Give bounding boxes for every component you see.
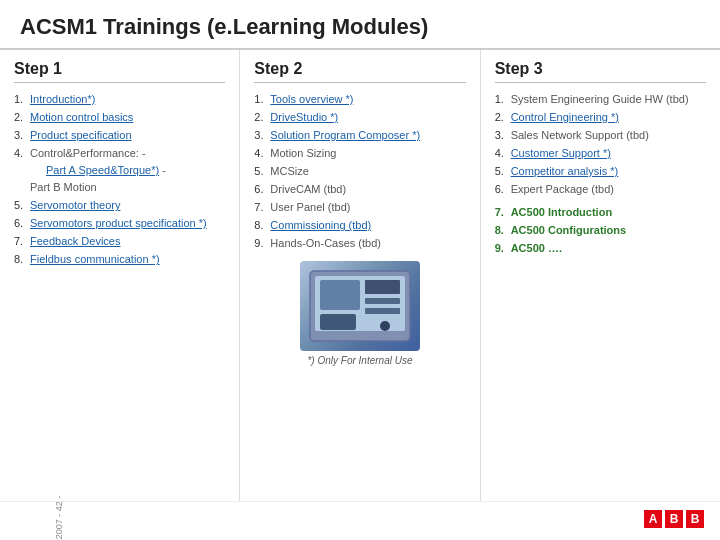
list-item: 3. Sales Network Support (tbd)	[495, 127, 706, 144]
copyright-text: © ABB Oy 2007 - 42 -	[54, 496, 64, 540]
header: ACSM1 Trainings (e.Learning Modules)	[0, 0, 720, 50]
list-item: 2. Control Engineering *)	[495, 109, 706, 126]
drive-illustration	[305, 266, 415, 346]
list-item: 8. Fieldbus communication *)	[14, 251, 225, 268]
page-title: ACSM1 Trainings (e.Learning Modules)	[20, 14, 700, 40]
list-item: 6. DriveCAM (tbd)	[254, 181, 465, 198]
svg-rect-4	[365, 298, 400, 304]
content-area: Step 1 1. Introduction*) 2. Motion contr…	[0, 50, 720, 501]
page: ACSM1 Trainings (e.Learning Modules) Ste…	[0, 0, 720, 540]
step2-column: Step 2 1. Tools overview *) 2. DriveStud…	[240, 50, 480, 501]
abb-logo-svg: A B B	[644, 506, 704, 534]
list-item: 5. Servomotor theory	[14, 197, 225, 214]
list-item: 1. Introduction*)	[14, 91, 225, 108]
svg-rect-8	[320, 314, 356, 330]
list-item: 5. Competitor analysis *)	[495, 163, 706, 180]
list-item: 6. Servomotors product specification *)	[14, 215, 225, 232]
list-item: 9. Hands-On-Cases (tbd)	[254, 235, 465, 252]
svg-text:A: A	[649, 512, 658, 526]
svg-rect-5	[365, 308, 400, 314]
list-item: 4. Control&Performance: - Part A Speed&T…	[14, 145, 225, 196]
step2-bottom: *) Only For Internal Use	[254, 253, 465, 366]
list-item: 2. DriveStudio *)	[254, 109, 465, 126]
list-item: 6. Expert Package (tbd)	[495, 181, 706, 198]
list-item: 7. User Panel (tbd)	[254, 199, 465, 216]
svg-text:B: B	[670, 512, 679, 526]
list-item: 9. AC500 ….	[495, 240, 706, 257]
step3-column: Step 3 1. System Engineering Guide HW (t…	[481, 50, 720, 501]
footer: © ABB Oy 2007 - 42 - A B B	[0, 501, 720, 540]
list-item: 4. Motion Sizing	[254, 145, 465, 162]
list-item: 1. Tools overview *)	[254, 91, 465, 108]
svg-text:B: B	[691, 512, 700, 526]
step1-title: Step 1	[14, 60, 225, 83]
list-item: 2. Motion control basics	[14, 109, 225, 126]
list-item: 7. Feedback Devices	[14, 233, 225, 250]
list-item: 3. Solution Program Composer *)	[254, 127, 465, 144]
list-item: 8. Commissioning (tbd)	[254, 217, 465, 234]
step1-column: Step 1 1. Introduction*) 2. Motion contr…	[0, 50, 240, 501]
abb-logo: A B B	[644, 506, 704, 534]
product-image	[300, 261, 420, 351]
svg-rect-3	[365, 280, 400, 294]
step2-title: Step 2	[254, 60, 465, 83]
list-item: 1. System Engineering Guide HW (tbd)	[495, 91, 706, 108]
list-item: 5. MCSize	[254, 163, 465, 180]
list-item: 4. Customer Support *)	[495, 145, 706, 162]
svg-rect-2	[320, 280, 360, 310]
list-item: 8. AC500 Configurations	[495, 222, 706, 239]
step3-list: 1. System Engineering Guide HW (tbd) 2. …	[495, 91, 706, 258]
internal-use-note: *) Only For Internal Use	[307, 355, 412, 366]
step3-title: Step 3	[495, 60, 706, 83]
list-item: 3. Product specification	[14, 127, 225, 144]
list-item: 7. AC500 Introduction	[495, 204, 706, 221]
step2-list: 1. Tools overview *) 2. DriveStudio *) 3…	[254, 91, 465, 253]
svg-point-6	[380, 321, 390, 331]
step1-list: 1. Introduction*) 2. Motion control basi…	[14, 91, 225, 269]
